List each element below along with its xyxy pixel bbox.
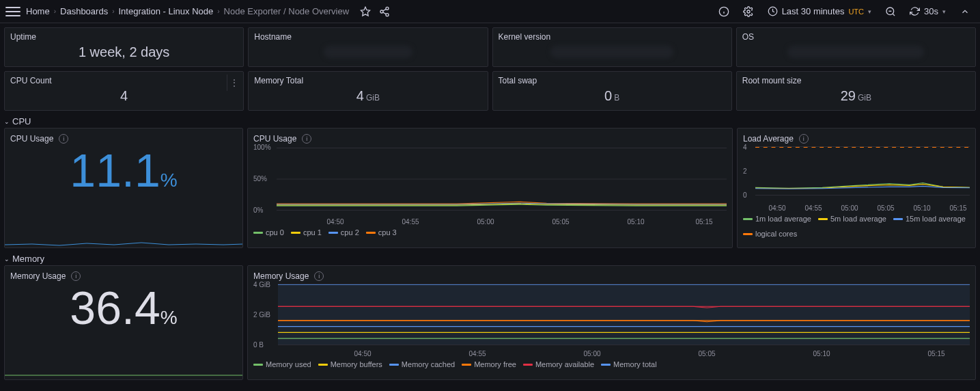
section-header-memory[interactable]: ⌄ Memory [4,252,976,265]
legend-swatch [462,364,471,366]
svg-point-9 [747,10,750,13]
legend-label: Memory cached [402,360,455,368]
info-icon[interactable]: i [59,134,68,144]
redacted-value [550,46,673,58]
menu-icon[interactable] [5,4,20,19]
stat-value: 1 week, 2 days [79,44,169,60]
y-tick: 2 [743,167,747,175]
refresh-picker[interactable]: 30s ▾ [906,2,950,21]
panel-title: CPU Count [10,76,238,85]
legend-swatch [743,218,753,220]
stat-kernel[interactable]: Kernel version [492,27,732,67]
panel-title: Root mount size [742,76,970,85]
y-tick: 4 [743,144,747,151]
gear-icon[interactable] [739,2,758,21]
big-stat-unit: % [160,170,178,191]
breadcrumb-integration[interactable]: Integration - Linux Node [118,6,213,16]
svg-rect-16 [278,284,970,345]
y-tick: 100% [253,144,271,151]
panel-title: CPU Usage i [253,134,727,144]
stat-value: 4 [356,88,364,104]
legend-item[interactable]: Memory buffers [318,360,382,368]
legend-item[interactable]: 5m load average [818,215,886,223]
star-icon[interactable] [356,2,375,21]
big-stat-unit: % [160,307,178,329]
legend: cpu 0cpu 1cpu 2cpu 3 [253,228,727,237]
legend-label: 5m load average [830,215,886,223]
x-tick: 05:00 [841,204,858,212]
stat-os[interactable]: OS [736,27,976,67]
refresh-interval-label: 30s [924,6,938,16]
legend-label: Memory total [613,360,657,368]
x-tick: 04:50 [354,350,371,358]
zoom-out-icon[interactable] [881,2,900,21]
x-tick: 05:15 [927,350,944,358]
chevron-up-icon[interactable] [955,2,975,21]
time-range-picker[interactable]: Last 30 minutes UTC ▾ [764,2,876,21]
panel-cpu-usage-chart[interactable]: CPU Usage i 100% 50% 0% 04:50 04: [247,128,733,248]
breadcrumb-dashboards[interactable]: Dashboards [60,6,108,16]
x-tick: 05:05 [877,204,894,212]
legend-label: 15m load average [906,215,966,223]
legend-item[interactable]: Memory used [253,360,311,368]
info-icon[interactable]: i [799,134,809,144]
x-tick: 05:10 [813,350,830,358]
x-tick: 05:05 [552,218,569,226]
legend-item[interactable]: cpu 0 [253,228,284,237]
legend-item[interactable]: cpu 3 [366,228,397,237]
legend-item[interactable]: cpu 1 [291,228,322,237]
legend-swatch [318,364,328,366]
sparkline [5,239,243,247]
panel-menu-icon[interactable]: ⋮ [227,75,240,91]
info-icon[interactable]: i [314,271,324,281]
stat-uptime[interactable]: Uptime 1 week, 2 days [4,27,244,67]
info-icon[interactable]: i [71,271,81,281]
legend-item[interactable]: Memory total [601,360,657,368]
stat-unit: GiB [858,93,871,103]
section-header-cpu[interactable]: ⌄ CPU [4,115,976,128]
stat-root-mount[interactable]: Root mount size 29GiB [736,71,976,111]
legend-item[interactable]: 15m load average [893,215,966,223]
legend-item[interactable]: 1m load average [743,215,811,223]
chevron-down-icon: ▾ [942,8,946,15]
legend-swatch [291,232,300,234]
legend-swatch [328,232,338,234]
stat-memory-total[interactable]: Memory Total 4GiB [248,71,488,111]
stat-cpu-count[interactable]: CPU Count ⋮ 4 [4,71,244,111]
info-icon[interactable]: i [302,134,311,144]
panel-load-average[interactable]: Load Average i 4 2 0 04:50 04:55 05:00 [737,128,976,248]
panel-cpu-usage-stat[interactable]: CPU Usage i 11.1 % [4,128,243,248]
breadcrumb: Home › Dashboards › Integration - Linux … [26,6,349,16]
stat-hostname[interactable]: Hostname [248,27,488,67]
section-label: CPU [12,116,31,126]
legend-label: Memory used [266,360,311,368]
info-icon[interactable] [714,2,733,21]
chevron-right-icon: › [112,8,114,15]
stat-value: 0 [604,88,612,104]
panel-memory-usage-stat[interactable]: Memory Usage i 36.4 % [4,265,243,380]
legend-item[interactable]: logical cores [743,230,797,238]
legend-item[interactable]: Memory available [523,360,594,368]
panel-title: Memory Usage i [253,271,970,281]
x-tick: 05:00 [477,218,494,226]
legend-label: cpu 3 [378,228,397,237]
sparkline [5,371,243,379]
legend-swatch [523,364,533,366]
stat-total-swap[interactable]: Total swap 0B [492,71,732,111]
x-tick: 05:15 [695,218,712,226]
breadcrumb-home[interactable]: Home [26,6,50,16]
chevron-down-icon: ⌄ [4,118,10,125]
svg-point-3 [386,13,389,16]
legend: 1m load average5m load average15m load a… [743,215,970,238]
legend-item[interactable]: Memory free [462,360,516,368]
legend-item[interactable]: cpu 2 [328,228,359,237]
breadcrumb-current: Node Exporter / Node Overview [224,6,350,16]
share-icon[interactable] [375,2,394,21]
legend-item[interactable]: Memory cached [389,360,455,368]
timezone-label: UTC [848,8,864,16]
panel-title: Uptime [10,32,238,42]
panel-title: Kernel version [499,32,726,42]
chevron-right-icon: › [54,8,56,15]
top-nav: Home › Dashboards › Integration - Linux … [0,0,980,23]
panel-memory-usage-chart[interactable]: Memory Usage i 4 GiB 2 GiB 0 B [247,265,976,380]
